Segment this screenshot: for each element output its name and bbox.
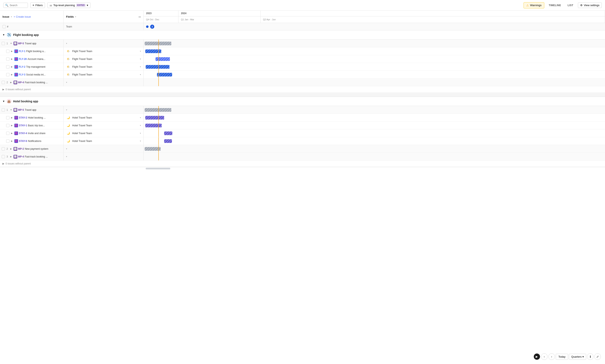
fields-cell: ▾: [64, 106, 144, 114]
issue-key[interactable]: STAY-4: [19, 132, 27, 135]
dropdown-icon[interactable]: ▾: [140, 50, 141, 52]
search-box[interactable]: 🔍: [3, 3, 28, 8]
expand-icon[interactable]: ▶: [10, 57, 13, 61]
gantt-bar[interactable]: [145, 147, 161, 151]
row-number: 3: [6, 155, 9, 158]
dropdown-icon[interactable]: ▾: [66, 156, 67, 158]
tab-list[interactable]: LIST: [566, 3, 576, 8]
dropdown-icon[interactable]: ▾: [140, 124, 141, 127]
gantt-bar[interactable]: [145, 49, 161, 53]
row-checkbox[interactable]: [2, 42, 5, 45]
gantt-bar[interactable]: [164, 131, 172, 135]
timeline-cell: [144, 153, 605, 160]
resize-icon[interactable]: ⇔: [138, 15, 141, 18]
gantt-area: [144, 55, 605, 63]
issue-key[interactable]: MP-4: [18, 81, 24, 84]
expand-icon[interactable]: ▶: [10, 116, 13, 119]
group-flight-booking[interactable]: ▼ ✈️ Flight booking app: [0, 30, 605, 39]
issue-key[interactable]: FLY-2: [19, 65, 26, 68]
row-checkbox[interactable]: [6, 116, 9, 119]
row-checkbox[interactable]: [6, 124, 9, 127]
gantt-bar[interactable]: [145, 116, 164, 119]
issue-key[interactable]: STAY-6: [19, 140, 27, 143]
dropdown-icon[interactable]: ▾: [140, 140, 141, 142]
issue-key[interactable]: MP-5: [18, 108, 24, 111]
collapse-icon[interactable]: ▼: [2, 100, 5, 103]
issue-key[interactable]: MP-2: [18, 147, 24, 150]
gantt-bar[interactable]: [145, 42, 171, 45]
chevron-down-icon: ▾: [11, 16, 12, 18]
timeline-cell: [144, 122, 605, 129]
row-checkbox[interactable]: [6, 132, 9, 135]
planning-button[interactable]: ⚏ Top-level planning EDITED ▾: [47, 2, 91, 8]
expand-icon[interactable]: ▶: [10, 140, 13, 143]
today-line: [158, 153, 159, 160]
issue-key[interactable]: FLY-1: [19, 50, 26, 53]
issue-key[interactable]: FLY-28: [19, 58, 27, 61]
dropdown-icon[interactable]: ▾: [66, 81, 67, 83]
gantt-bar[interactable]: [146, 65, 170, 69]
issue-key[interactable]: MP-4: [18, 155, 24, 158]
gantt-bar[interactable]: [164, 139, 172, 143]
dropdown-icon[interactable]: ▾: [66, 148, 67, 150]
row-checkbox[interactable]: [6, 140, 9, 143]
filters-label: Filters: [36, 4, 43, 7]
gantt-bar[interactable]: [145, 124, 162, 127]
issue-title: Trip management: [26, 65, 46, 68]
expand-icon[interactable]: ▼: [9, 108, 13, 112]
warnings-button[interactable]: ⚠ Warnings: [524, 2, 544, 8]
filters-button[interactable]: ≡ Filters: [30, 2, 45, 8]
team-name: Flight Travel Team: [72, 65, 92, 68]
subheader-issue: #: [0, 23, 64, 30]
issue-key[interactable]: STAY-2: [19, 116, 27, 119]
expand-icon[interactable]: ▶: [9, 147, 13, 151]
dropdown-icon[interactable]: ▾: [66, 109, 67, 111]
subheader-row: # Team 2: [0, 23, 605, 30]
expand-icon[interactable]: ▶: [10, 124, 13, 127]
no-parent-row[interactable]: ▶ 0 issues without parent: [0, 161, 605, 167]
expand-icon[interactable]: ▼: [9, 42, 13, 45]
row-checkbox[interactable]: [2, 155, 5, 158]
issue-column-header: Issue ▾ + Create issue: [0, 11, 64, 23]
row-checkbox[interactable]: [6, 50, 9, 53]
row-checkbox[interactable]: [6, 57, 9, 61]
fields-cell: 🌙 Hotel Travel Team ▾: [64, 130, 144, 137]
row-checkbox[interactable]: [2, 108, 5, 112]
expand-icon[interactable]: ▶: [10, 65, 13, 68]
dropdown-icon[interactable]: ▾: [140, 132, 141, 134]
row-checkbox[interactable]: [6, 65, 9, 68]
expand-icon[interactable]: ▶: [9, 155, 13, 158]
dropdown-icon[interactable]: ▾: [140, 66, 141, 68]
gantt-area: [144, 71, 605, 78]
dropdown-icon[interactable]: ▾: [140, 117, 141, 119]
row-checkbox[interactable]: [2, 147, 5, 151]
row-checkbox[interactable]: [2, 81, 5, 84]
gantt-bar[interactable]: [157, 73, 172, 77]
dropdown-icon[interactable]: ▾: [66, 42, 67, 44]
select-all-checkbox[interactable]: [2, 25, 6, 28]
expand-icon[interactable]: ▶: [10, 73, 13, 76]
marker-dot-2: 2: [150, 25, 154, 29]
group-hotel-booking[interactable]: ▼ 🏨 Hotel booking app: [0, 97, 605, 106]
collapse-icon[interactable]: ▼: [2, 33, 5, 36]
expand-icon[interactable]: ▶: [10, 132, 13, 135]
fields-cell: 🌙 Hotel Travel Team ▾: [64, 114, 144, 121]
issue-title: Social media int...: [26, 73, 46, 76]
issue-key[interactable]: MP-5: [18, 42, 24, 45]
dropdown-icon[interactable]: ▾: [140, 73, 141, 76]
gantt-bar[interactable]: [156, 57, 170, 61]
timeline-quarters: Q4 Oct - Dec Q1 Jan - Mar Q2 Apr - Jun: [144, 16, 605, 23]
expand-icon[interactable]: ▶: [10, 50, 13, 53]
create-issue-button[interactable]: + Create issue: [13, 15, 31, 18]
view-settings-button[interactable]: ⚙ View settings: [578, 2, 602, 8]
gantt-bar[interactable]: [145, 108, 171, 112]
quarter-q1: Q1 Jan - Mar: [179, 16, 261, 23]
tab-timeline[interactable]: TIMELINE: [547, 3, 563, 8]
issue-key[interactable]: STAY-1: [19, 124, 27, 127]
search-input[interactable]: [10, 4, 26, 7]
no-parent-row[interactable]: ▶ 0 issues without parent: [0, 86, 605, 93]
expand-icon[interactable]: ▶: [9, 81, 13, 84]
row-checkbox[interactable]: [6, 73, 9, 76]
issue-key[interactable]: FLY-3: [19, 73, 26, 76]
dropdown-icon[interactable]: ▾: [140, 58, 141, 60]
